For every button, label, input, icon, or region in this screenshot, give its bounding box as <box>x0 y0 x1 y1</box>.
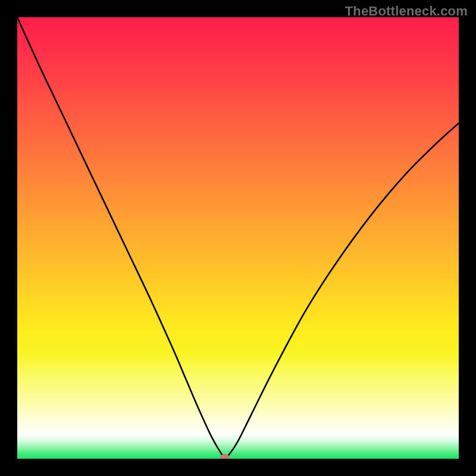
bottleneck-curve <box>17 17 459 459</box>
sweet-spot-marker <box>220 454 230 459</box>
chart-frame: TheBottleneck.com <box>0 0 476 476</box>
watermark-text: TheBottleneck.com <box>345 4 468 19</box>
plot-area <box>17 17 459 459</box>
